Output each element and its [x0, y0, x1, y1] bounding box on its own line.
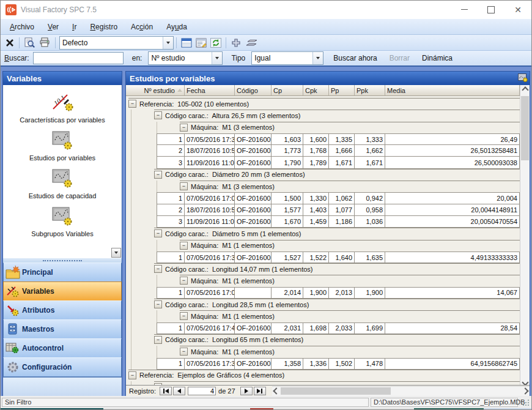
cell-pp[interactable]: 1,640	[329, 252, 355, 263]
cell-cp[interactable]: 1,670	[272, 216, 303, 228]
collapse-group-button[interactable]: −	[128, 100, 136, 108]
cell-cpk[interactable]: 1,522	[303, 252, 329, 263]
chevron-down-icon[interactable]	[312, 52, 323, 64]
collapse-group-button[interactable]: −	[180, 124, 188, 132]
sidebar-scroll-down-button[interactable]	[111, 248, 121, 258]
cell-fecha[interactable]: 18/07/2016 10:5...	[185, 145, 235, 157]
cell-c-digo[interactable]: OF-2016002	[235, 145, 272, 157]
cell-ppk[interactable]: 1,478	[355, 358, 385, 370]
chevron-down-icon[interactable]	[163, 37, 173, 49]
cell-c-digo[interactable]: OF-2016003	[235, 157, 272, 168]
cell-cp[interactable]: 1,577	[272, 204, 303, 216]
vertical-scroll-thumb[interactable]	[521, 96, 529, 160]
sidebar-button-variables[interactable]: Variables	[3, 281, 122, 301]
cell-n-estudio[interactable]: 2	[157, 204, 185, 216]
sidebar-button-autocontrol[interactable]: Autocontrol	[3, 338, 122, 358]
cell-fecha[interactable]: 07/05/2016 17:0...	[185, 192, 235, 204]
cell-n-estudio[interactable]: 1	[157, 322, 185, 334]
cell-cpk[interactable]: 1,330	[303, 192, 329, 204]
cell-cp[interactable]: 2,031	[272, 322, 303, 334]
sidebar-item-subgrupos-variables[interactable]: Subgrupos Variables	[3, 206, 122, 237]
cell-cp[interactable]: 1,773	[272, 145, 303, 157]
search-now-button[interactable]: Buscar ahora	[327, 54, 383, 62]
sidebar-item-caracter-sticas-por-variables[interactable]: 10.1 Características por variables	[3, 91, 122, 124]
cell-cp[interactable]: 1,790	[272, 157, 303, 168]
column-header-n-estudio[interactable]: Nº estudio	[126, 85, 185, 96]
cell-media[interactable]: 26,5013258481	[385, 145, 520, 157]
collapse-group-button[interactable]: −	[154, 336, 162, 344]
print-icon[interactable]	[37, 36, 53, 50]
menu-item-registro[interactable]: Registro	[83, 20, 124, 34]
cell-cpk[interactable]: 1,698	[303, 322, 329, 334]
collapse-group-button[interactable]: −	[180, 312, 188, 320]
collapse-group-button[interactable]: −	[180, 242, 188, 250]
cell-cpk[interactable]: 1,789	[303, 157, 329, 168]
column-header-pp[interactable]: Pp	[329, 85, 355, 96]
cell-media[interactable]: 20,004	[385, 192, 520, 204]
cell-c-digo[interactable]	[235, 287, 272, 299]
cell-pp[interactable]: 2,033	[329, 322, 355, 334]
cell-cp[interactable]: 1,603	[272, 133, 303, 145]
print-preview-icon[interactable]	[22, 36, 37, 50]
cell-fecha[interactable]: 07/05/2016 17:3...	[185, 358, 235, 370]
cell-cpk[interactable]: 1,336	[303, 358, 329, 370]
cell-fecha[interactable]: 11/09/2016 11:0...	[185, 157, 235, 168]
cell-pp[interactable]: 1,671	[329, 157, 355, 168]
cell-n-estudio[interactable]: 1	[157, 358, 185, 370]
cell-cp[interactable]: 2,014	[272, 287, 303, 299]
search-in-combobox[interactable]: Nº estudio	[148, 51, 223, 65]
cell-fecha[interactable]: 18/07/2016 10:5...	[185, 204, 235, 216]
vertical-scrollbar[interactable]	[520, 85, 530, 387]
cell-media[interactable]: 20,0044148911	[385, 204, 520, 216]
cell-cpk[interactable]: 1,900	[303, 287, 329, 299]
cell-pp[interactable]: 1,666	[329, 145, 355, 157]
cell-media[interactable]: 26,500093038	[385, 157, 520, 168]
collapse-group-button[interactable]: −	[154, 265, 162, 273]
add-icon[interactable]	[229, 36, 243, 50]
sidebar-button-configuracin[interactable]: Configuración	[3, 357, 122, 377]
cell-ppk[interactable]: 0,942	[355, 192, 385, 204]
cell-cpk[interactable]: 1,600	[303, 133, 329, 145]
column-header-cpk[interactable]: Cpk	[303, 85, 329, 96]
cell-pp[interactable]: 1,077	[329, 204, 355, 216]
cell-cpk[interactable]: 1,403	[303, 204, 329, 216]
collapse-group-button[interactable]: −	[180, 182, 188, 190]
cell-ppk[interactable]: 1,333	[355, 133, 385, 145]
cell-ppk[interactable]: 0,958	[355, 204, 385, 216]
sidebar-button-maestros[interactable]: Maestros	[3, 319, 122, 339]
cell-n-estudio[interactable]: 1	[157, 192, 185, 204]
cell-c-digo[interactable]: OF-2016001	[235, 192, 272, 204]
cell-ppk[interactable]: 1,635	[355, 252, 385, 263]
cell-pp[interactable]: 2,013	[329, 287, 355, 299]
cell-cp[interactable]: 1,500	[272, 192, 303, 204]
cell-c-digo[interactable]: OF-2016001	[235, 133, 272, 145]
previous-record-button[interactable]	[173, 387, 185, 395]
collapse-group-button[interactable]: −	[180, 277, 188, 285]
cell-c-digo[interactable]: OF-2016003	[235, 216, 272, 228]
collapse-group-button[interactable]: −	[154, 229, 162, 237]
column-header-cp[interactable]: Cp	[272, 85, 303, 96]
menu-item-ayuda[interactable]: Ayuda	[160, 20, 194, 34]
cell-fecha[interactable]: 07/05/2016 17:0...	[185, 287, 235, 299]
minimize-button[interactable]	[451, 1, 478, 18]
column-header-ppk[interactable]: Ppk	[355, 85, 385, 96]
cell-n-estudio[interactable]: 1	[157, 287, 185, 299]
cell-media[interactable]: 64,9156862745	[385, 358, 520, 370]
menu-item-accin[interactable]: Acción	[124, 20, 160, 34]
scroll-up-icon[interactable]	[520, 85, 530, 94]
menu-item-archivo[interactable]: Archivo	[3, 20, 41, 34]
menu-item-ir[interactable]: Ir	[65, 20, 83, 34]
cell-cpk[interactable]: 1,459	[303, 216, 329, 228]
search-type-combobox[interactable]: Igual	[251, 51, 323, 65]
menu-item-ver[interactable]: Ver	[41, 20, 65, 34]
cell-cp[interactable]: 1,358	[272, 358, 303, 370]
cell-c-digo[interactable]: OF-2016001	[235, 252, 272, 263]
cell-fecha[interactable]: 07/05/2016 17:4...	[185, 322, 235, 334]
cell-pp[interactable]: 1,335	[329, 133, 355, 145]
cell-cpk[interactable]: 1,768	[303, 145, 329, 157]
collapse-group-button[interactable]: −	[154, 300, 162, 308]
cell-n-estudio[interactable]: 3	[157, 216, 185, 228]
collapse-group-button[interactable]: −	[154, 111, 162, 119]
cell-media[interactable]: 28,54	[385, 322, 520, 334]
cell-n-estudio[interactable]: 1	[157, 252, 185, 263]
